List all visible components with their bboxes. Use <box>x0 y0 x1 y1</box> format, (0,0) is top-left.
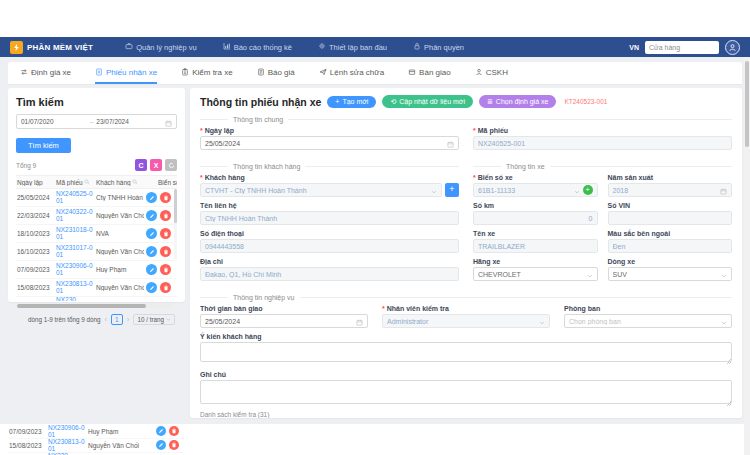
nav-menu-initial-setup[interactable]: Thiết lập ban đầu <box>318 42 387 52</box>
table-row[interactable]: 15/08/2023 NX230813-001 Nguyễn Văn Chối … <box>16 279 177 297</box>
field-label-nhan-vien-kiem-tra: Nhân viên kiểm tra <box>382 305 550 312</box>
table-row-partial[interactable]: NX230 <box>16 297 177 301</box>
row-code-link[interactable]: NX230813-001 <box>48 439 88 452</box>
add-vehicle-button[interactable]: + <box>583 185 593 195</box>
row-code-link[interactable]: NX231017-001 <box>56 245 96 259</box>
row-code-link[interactable]: NX240322-001 <box>56 209 96 223</box>
table-vertical-scrollbar[interactable] <box>174 189 177 259</box>
column-header-customer[interactable]: Khách hàng <box>96 179 158 186</box>
row-code-link[interactable]: NX230906-001 <box>48 425 88 438</box>
dong-xe-select[interactable]: SUV <box>608 267 733 281</box>
column-header-code[interactable]: Mã phiếu <box>56 179 96 186</box>
date-to[interactable]: 23/07/2024 <box>96 118 162 125</box>
edit-row-button[interactable] <box>146 282 157 293</box>
store-select[interactable]: Cửa hàng <box>645 41 719 54</box>
page-scrollbar[interactable] <box>744 57 750 455</box>
current-page-button[interactable]: 1 <box>111 314 123 325</box>
user-avatar-icon[interactable] <box>725 40 740 55</box>
row-code-link[interactable]: NX230813-001 <box>56 281 96 295</box>
delete-row-button[interactable] <box>169 426 179 436</box>
thoi-gian-ban-giao-input[interactable] <box>200 314 368 328</box>
phong-ban-select[interactable]: Chọn phòng ban <box>564 314 732 328</box>
tab-ban-giao[interactable]: Bàn giao <box>408 62 451 84</box>
kiem-tra-xe-icon <box>181 68 189 76</box>
app-logo-icon <box>10 41 23 54</box>
tab-cskh[interactable]: CSKH <box>475 62 508 84</box>
next-page-button[interactable]: › <box>127 316 130 324</box>
add-customer-button[interactable]: + <box>445 183 459 197</box>
khach-hang-select[interactable]: CTVHT - Cty TNHH Hoàn Thành <box>200 183 442 197</box>
table-row[interactable]: 15/08/2023 NX230813-001 Nguyễn Văn Chối <box>8 439 185 453</box>
form-title: Thông tin phiếu nhận xe <box>200 96 321 108</box>
nav-menu-permissions[interactable]: Phân quyền <box>413 42 464 52</box>
table-horizontal-scrollbar[interactable] <box>16 304 173 308</box>
date-range-picker[interactable]: 01/07/2020 – 23/07/2024 <box>16 114 177 129</box>
field-label-phong-ban: Phòng ban <box>564 305 732 312</box>
delete-row-button[interactable] <box>160 228 171 239</box>
navbar-right: VN Cửa hàng <box>629 40 740 55</box>
table-row[interactable]: 07/09/2023 NX230906-001 Huy Phạm 51A <box>16 261 177 279</box>
nav-menu-reports[interactable]: Báo cáo thống kê <box>223 42 292 52</box>
y-kien-khach-hang-textarea[interactable] <box>200 342 732 362</box>
table-row[interactable]: 18/10/2023 NX231018-001 NVA 65A <box>16 225 177 243</box>
tab-phieu-nhan-xe[interactable]: Phiếu nhận xe <box>95 62 157 84</box>
page-size-select[interactable]: 10 / trang <box>133 314 175 325</box>
bien-so-xe-select[interactable]: 61B1-11133 + <box>473 183 598 197</box>
language-label[interactable]: VN <box>629 44 639 51</box>
row-code-link[interactable]: NX230 <box>56 297 96 301</box>
delete-row-button[interactable] <box>169 440 179 450</box>
ghi-chu-textarea[interactable] <box>200 380 732 404</box>
tab-dinh-gia-xe[interactable]: Định giá xe <box>20 62 71 84</box>
main-menu: Quản lý nghiệp vụ Báo cáo thống kê Thiết… <box>125 42 629 52</box>
export-csv-button[interactable]: C <box>135 159 147 171</box>
edit-row-button[interactable] <box>146 228 157 239</box>
edit-row-button[interactable] <box>146 210 157 221</box>
row-actions <box>154 440 179 450</box>
row-code-link[interactable]: NX240525-001 <box>56 191 96 205</box>
tab-bao-gia[interactable]: Báo giá <box>257 62 295 84</box>
delete-row-button[interactable] <box>160 282 171 293</box>
field-label-mau-sac: Màu sắc bên ngoài <box>608 230 733 237</box>
section-divider-business: Thông tin nghiệp vụ <box>200 293 732 301</box>
ban-giao-icon <box>408 68 416 76</box>
edit-row-button[interactable] <box>146 246 157 257</box>
delete-row-button[interactable] <box>160 192 171 203</box>
table-row[interactable]: 22/03/2024 NX240322-001 Nguyễn Văn Chối … <box>16 207 177 225</box>
delete-row-button[interactable] <box>160 264 171 275</box>
table-row[interactable]: 07/09/2023 NX230906-001 Huy Phạm <box>8 425 185 439</box>
resize-handle-icon[interactable] <box>726 359 731 364</box>
tab-lenh-sua-chua[interactable]: Lệnh sửa chữa <box>319 62 384 84</box>
brand: PHẦN MỀM VIỆT <box>10 41 93 54</box>
column-header-date[interactable]: Ngày lập <box>16 179 56 186</box>
date-from[interactable]: 01/07/2020 <box>21 118 87 125</box>
row-date: 15/08/2023 <box>8 442 48 449</box>
hang-xe-select[interactable]: CHEVROLET <box>473 267 598 281</box>
edit-row-button[interactable] <box>146 192 157 203</box>
prev-page-button[interactable]: ‹ <box>104 316 107 324</box>
edit-row-button[interactable] <box>156 440 166 450</box>
row-actions <box>144 264 171 275</box>
field-label-thoi-gian-ban-giao: Thời gian bàn giao <box>200 305 368 312</box>
row-code-link[interactable]: NX230906-001 <box>56 263 96 277</box>
export-excel-button[interactable]: X <box>150 159 162 171</box>
delete-row-button[interactable] <box>160 210 171 221</box>
search-button[interactable]: Tìm kiếm <box>16 138 71 153</box>
tab-label: Bàn giao <box>419 68 451 77</box>
table-row[interactable]: 16/10/2023 NX231017-001 Nguyễn Văn Chối … <box>16 243 177 261</box>
choose-valuation-button[interactable]: ≣Chọn định giá xe <box>479 95 556 108</box>
column-header-plate[interactable]: Biển số <box>158 179 177 186</box>
menu-label: Phân quyền <box>424 43 464 52</box>
edit-row-button[interactable] <box>146 264 157 275</box>
create-new-button[interactable]: +Tạo mới <box>327 96 376 108</box>
delete-row-button[interactable] <box>160 246 171 257</box>
update-data-button[interactable]: ⟲Cập nhật dữ liệu mới <box>382 95 473 108</box>
table-row[interactable]: 25/05/2024 NX240525-001 Cty TNHH Hoàn Th… <box>16 189 177 207</box>
row-code-link[interactable]: NX231018-001 <box>56 227 96 241</box>
nhan-vien-kiem-tra-select[interactable]: Administrator <box>382 314 550 328</box>
resize-handle-icon[interactable] <box>726 401 731 406</box>
edit-row-button[interactable] <box>156 426 166 436</box>
tab-kiem-tra-xe[interactable]: Kiểm tra xe <box>181 62 232 84</box>
ngay-lap-input[interactable] <box>200 136 459 150</box>
nav-menu-business-management[interactable]: Quản lý nghiệp vụ <box>125 42 196 52</box>
refresh-button[interactable] <box>165 159 177 171</box>
